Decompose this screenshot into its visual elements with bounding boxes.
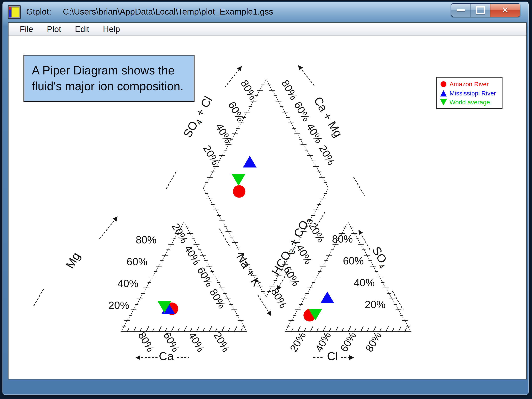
- tick-so4: 80%: [332, 233, 353, 245]
- tick-camg: 20%: [317, 143, 337, 167]
- legend-label: Amazon River: [450, 81, 488, 88]
- tick-nak: 60%: [195, 265, 215, 289]
- legend-item: Mississippi River: [440, 89, 500, 97]
- marker-world-average-diamond: [232, 174, 245, 186]
- annotation-line: fluid's major ion composition.: [32, 78, 187, 94]
- tick-so4cl: 40%: [213, 122, 234, 145]
- tick-cl: 60%: [338, 330, 359, 354]
- axis-label-cl: Cl: [327, 349, 338, 363]
- annotation-box: A Piper Diagram shows thefluid's major i…: [24, 55, 195, 102]
- legend-item: Amazon River: [440, 80, 500, 88]
- tick-nak: 20%: [170, 221, 190, 245]
- tick-so4cl: 60%: [226, 100, 247, 123]
- tick-hco3: 80%: [269, 286, 289, 310]
- marker-mississippi-river-diamond: [243, 156, 257, 167]
- axis-label-ca: Ca: [159, 349, 174, 363]
- tick-so4cl: 20%: [201, 143, 222, 167]
- tick-ca: 40%: [186, 330, 207, 354]
- tick-mg: 80%: [136, 234, 157, 246]
- tick-so4: 60%: [343, 255, 364, 267]
- legend-label: World average: [450, 99, 490, 106]
- tick-cl: 80%: [363, 330, 384, 354]
- tick-ca: 80%: [136, 330, 157, 354]
- tick-so4: 20%: [365, 299, 386, 310]
- tick-camg: 80%: [279, 78, 300, 102]
- marker-mississippi-river-anions: [320, 291, 334, 303]
- annotation-line: A Piper Diagram shows the: [32, 63, 187, 78]
- tick-nak: 80%: [207, 287, 228, 311]
- diamond-panel: [203, 79, 329, 297]
- axis-label-na-k: Na + K: [234, 251, 263, 289]
- marker-amazon-river-diamond: [233, 185, 245, 198]
- tick-nak: 40%: [182, 243, 203, 267]
- axis-label-mg: Mg: [63, 250, 82, 271]
- tick-camg: 60%: [292, 100, 312, 123]
- legend-label: Mississippi River: [450, 90, 496, 97]
- legend: Amazon RiverMississippi RiverWorld avera…: [437, 77, 502, 109]
- tick-camg: 40%: [304, 122, 325, 145]
- screenshot-root: { "window": { "title_app": "Gtplot:", "t…: [0, 0, 532, 399]
- tick-cl: 20%: [288, 330, 308, 354]
- tick-mg: 60%: [127, 256, 147, 268]
- legend-marker-triangle-up: [440, 90, 447, 97]
- tick-mg: 20%: [108, 300, 129, 311]
- tick-ca: 20%: [211, 330, 232, 354]
- tick-mg: 40%: [118, 278, 138, 290]
- tick-so4cl: 80%: [238, 78, 259, 102]
- tick-so4: 40%: [354, 277, 375, 289]
- legend-item: World average: [440, 98, 500, 106]
- legend-marker-triangle-down: [440, 99, 447, 106]
- legend-marker-circle: [440, 81, 447, 88]
